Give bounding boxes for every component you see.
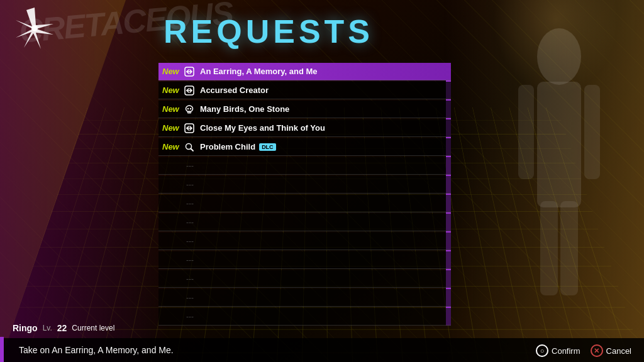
empty-dash: --- (158, 180, 194, 189)
svg-point-11 (187, 107, 189, 109)
status-bar: Ringo Lv. 22 Current level (0, 319, 644, 337)
new-badge-4: New (158, 123, 182, 133)
player-level: 22 (57, 323, 67, 333)
empty-dash: --- (158, 293, 194, 302)
left-panel (0, 0, 170, 362)
empty-dash: --- (158, 237, 194, 246)
cancel-circle-icon: ✕ (591, 344, 603, 357)
svg-point-1 (31, 25, 38, 31)
empty-dash: --- (158, 162, 194, 170)
new-badge-1: New (158, 67, 182, 76)
requests-list: New An Earring, A Memory, and MeNew Accu… (158, 63, 451, 327)
player-name: Ringo (13, 323, 38, 333)
request-item-1[interactable]: New An Earring, A Memory, and Me (158, 63, 451, 80)
svg-rect-6 (540, 201, 558, 295)
svg-point-12 (190, 107, 191, 109)
svg-rect-3 (537, 82, 581, 207)
request-item-empty-1: --- (158, 176, 451, 194)
svg-line-17 (191, 148, 194, 151)
chandelier-glow (493, 0, 619, 94)
request-item-empty-4: --- (158, 233, 451, 250)
current-level-text: Current level (72, 324, 114, 332)
request-item-empty-6: --- (158, 270, 451, 288)
new-badge-2: New (158, 85, 182, 95)
starburst-icon (13, 6, 57, 50)
request-item-empty-7: --- (158, 289, 451, 307)
svg-rect-4 (518, 85, 534, 179)
item-icon-swap (182, 84, 196, 97)
item-name-2: Accursed Creator (200, 85, 269, 95)
request-item-5[interactable]: New Problem ChildDLC (158, 138, 451, 156)
item-name-3: Many Birds, One Stone (200, 104, 289, 114)
confirm-button[interactable]: ○ Confirm (536, 344, 580, 357)
item-icon-swap (182, 121, 196, 135)
new-badge-5: New (158, 142, 182, 151)
cancel-label: Cancel (606, 346, 631, 356)
item-icon-swap (182, 65, 196, 79)
request-item-2[interactable]: New Accursed Creator (158, 82, 451, 99)
action-buttons: ○ Confirm ✕ Cancel (536, 344, 631, 357)
new-badge-3: New (158, 104, 182, 114)
empty-dash: --- (158, 275, 194, 283)
item-icon-search (182, 140, 196, 154)
lv-label: Lv. (43, 324, 52, 332)
description-text: Take on An Earring, A Memory, and Me. (19, 345, 174, 355)
request-item-empty-0: --- (158, 157, 451, 175)
description-bar: Take on An Earring, A Memory, and Me. ○ … (0, 338, 644, 362)
request-item-empty-5: --- (158, 251, 451, 269)
page-title: REQUESTS (164, 13, 374, 50)
item-icon-skull (182, 102, 196, 116)
request-item-3[interactable]: New Many Birds, One Stone (158, 101, 451, 118)
empty-dash: --- (158, 199, 194, 208)
item-name-4: Close My Eyes and Think of You (200, 123, 325, 133)
empty-dash: --- (158, 218, 194, 227)
item-name-1: An Earring, A Memory, and Me (200, 67, 318, 76)
confirm-circle-icon: ○ (536, 344, 548, 357)
confirm-label: Confirm (552, 346, 580, 356)
list-wrapper: New An Earring, A Memory, and MeNew Accu… (158, 63, 451, 326)
item-name-5: Problem Child (200, 142, 255, 151)
request-item-empty-2: --- (158, 195, 451, 212)
request-item-4[interactable]: New Close My Eyes and Think of You (158, 119, 451, 137)
request-item-empty-3: --- (158, 214, 451, 231)
svg-rect-7 (560, 201, 578, 295)
svg-rect-5 (584, 85, 600, 179)
dlc-badge: DLC (259, 143, 276, 151)
left-accent (0, 337, 4, 362)
empty-dash: --- (158, 256, 194, 265)
request-items: New An Earring, A Memory, and MeNew Accu… (158, 63, 451, 326)
cancel-button[interactable]: ✕ Cancel (591, 344, 631, 357)
